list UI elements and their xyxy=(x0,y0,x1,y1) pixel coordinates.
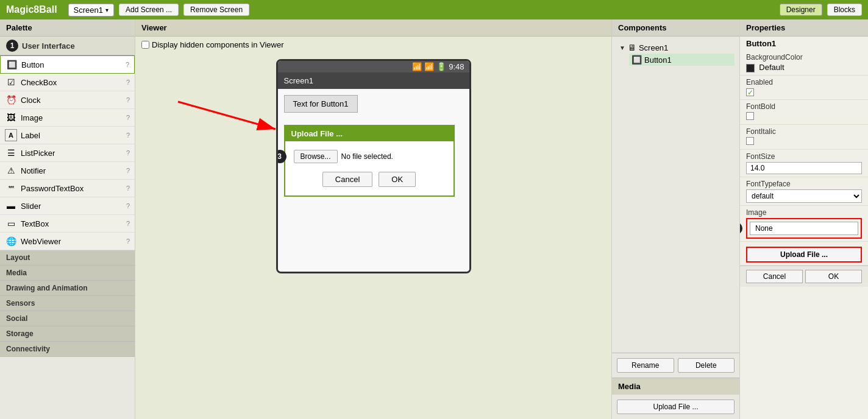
button1-label: Button1 xyxy=(644,55,672,65)
phone-content: Text for Button1 Upload File ... 3 Brows… xyxy=(278,89,469,272)
palette-item-notifier[interactable]: ⚠ Notifier ? xyxy=(0,162,135,180)
webviewer-icon: 🌐 xyxy=(5,235,17,247)
slider-icon: ▬ xyxy=(5,200,17,212)
color-swatch-icon xyxy=(746,64,755,72)
listpicker-help-icon[interactable]: ? xyxy=(126,149,130,157)
background-color-label: BackgroundColor xyxy=(746,53,862,62)
upload-dialog-actions: Cancel OK xyxy=(294,172,445,187)
palette-item-slider[interactable]: ▬ Slider ? xyxy=(0,197,135,215)
listpicker-icon: ☰ xyxy=(5,147,17,159)
palette-clock-label: Clock xyxy=(21,96,126,105)
enabled-checkbox[interactable]: ✓ xyxy=(746,88,754,96)
image-prop-container: 2 None xyxy=(746,218,862,239)
fontsize-label: FontSize xyxy=(746,152,862,161)
phone-frame: 📶 📶 🔋 9:48 Screen1 Text for Button1 Uplo… xyxy=(276,59,471,273)
fontbold-checkbox[interactable] xyxy=(746,112,754,120)
palette-item-clock[interactable]: ⏰ Clock ? xyxy=(0,91,135,109)
browse-button[interactable]: Browse... xyxy=(294,150,338,163)
upload-dialog-inline: Upload File ... 3 Browse... No file sele… xyxy=(284,125,455,197)
palette-notifier-label: Notifier xyxy=(21,166,126,175)
properties-cancel-button[interactable]: Cancel xyxy=(746,270,803,283)
textbox-icon: ▭ xyxy=(5,217,17,230)
screen-dropdown[interactable]: Screen1 ▾ xyxy=(68,4,114,16)
palette-item-image[interactable]: 🖼 Image ? xyxy=(0,109,135,127)
rename-button[interactable]: Rename xyxy=(617,358,674,373)
palette-webviewer-label: WebViewer xyxy=(21,237,126,246)
phone-button1[interactable]: Text for Button1 xyxy=(284,95,358,113)
designer-button[interactable]: Designer xyxy=(780,4,822,16)
properties-ok-button[interactable]: OK xyxy=(805,270,862,283)
label-icon: A xyxy=(5,129,17,141)
drawing-animation-section[interactable]: Drawing and Animation xyxy=(0,281,135,296)
textbox-help-icon[interactable]: ? xyxy=(126,220,130,227)
palette-item-passwordtextbox[interactable]: *** PasswordTextBox ? xyxy=(0,180,135,197)
enabled-label: Enabled xyxy=(746,78,862,86)
prop-background-color: BackgroundColor Default xyxy=(740,51,868,76)
image-prop-label: Image xyxy=(746,208,862,217)
palette-item-webviewer[interactable]: 🌐 WebViewer ? xyxy=(0,233,135,250)
palette-item-checkbox[interactable]: ☑ CheckBox ? xyxy=(0,74,135,91)
component-actions: Rename Delete xyxy=(612,353,739,378)
palette-item-button[interactable]: 🔲 Button ? xyxy=(0,55,135,74)
image-help-icon[interactable]: ? xyxy=(126,114,130,121)
palette-checkbox-label: CheckBox xyxy=(21,78,126,87)
properties-panel: Properties Button1 BackgroundColor Defau… xyxy=(740,19,868,419)
prop-upload-file: Upload File ... xyxy=(740,242,868,266)
prop-image: Image 2 None xyxy=(740,206,868,242)
media-section[interactable]: Media xyxy=(0,266,135,281)
fontitalic-checkbox[interactable] xyxy=(746,137,754,145)
passwordtextbox-icon: *** xyxy=(5,182,17,194)
display-hidden-label[interactable]: Display hidden components in Viewer xyxy=(141,40,605,49)
palette-item-label[interactable]: A Label ? xyxy=(0,127,135,144)
upload-ok-button[interactable]: OK xyxy=(379,172,416,187)
time-display: 9:48 xyxy=(449,62,464,71)
storage-section[interactable]: Storage xyxy=(0,326,135,342)
phone-title-bar: Screen1 xyxy=(278,72,469,89)
connectivity-section[interactable]: Connectivity xyxy=(0,342,135,357)
fontsize-input[interactable] xyxy=(746,162,862,174)
checkbox-help-icon[interactable]: ? xyxy=(126,79,130,86)
properties-upload-file-button[interactable]: Upload File ... xyxy=(746,247,862,262)
layout-section[interactable]: Layout xyxy=(0,250,135,266)
media-actions: Upload File ... xyxy=(612,395,739,419)
delete-button[interactable]: Delete xyxy=(678,358,735,373)
screen1-label: Screen1 xyxy=(639,43,668,52)
topbar: Magic8Ball Screen1 ▾ Add Screen ... Remo… xyxy=(0,0,868,19)
prop-fonttypeface: FontTypeface default xyxy=(740,177,868,206)
remove-screen-button[interactable]: Remove Screen xyxy=(183,4,249,16)
social-section[interactable]: Social xyxy=(0,311,135,326)
label-help-icon[interactable]: ? xyxy=(126,132,130,139)
palette-listpicker-label: ListPicker xyxy=(21,149,126,158)
blocks-button[interactable]: Blocks xyxy=(827,4,862,16)
step1-badge: 1 xyxy=(6,40,18,52)
prop-fontitalic: FontItalic xyxy=(740,125,868,150)
user-interface-label: User Interface xyxy=(22,41,75,51)
upload-dialog-body: 3 Browse... No file selected. Cancel OK xyxy=(285,141,454,195)
media-upload-button[interactable]: Upload File ... xyxy=(617,400,735,414)
passwordtextbox-help-icon[interactable]: ? xyxy=(126,185,130,192)
screen-dropdown-label: Screen1 xyxy=(74,5,103,15)
button-help-icon[interactable]: ? xyxy=(126,61,129,68)
tree-item-button1[interactable]: 🔲 Button1 xyxy=(629,54,735,66)
tree-item-screen1[interactable]: ▼ 🖥 Screen1 xyxy=(617,41,735,54)
user-interface-section: 1 User Interface xyxy=(0,37,135,55)
palette-item-textbox[interactable]: ▭ TextBox ? xyxy=(0,215,135,233)
viewer-header: Viewer xyxy=(135,19,611,37)
viewer-panel: Viewer Display hidden components in View… xyxy=(135,19,612,419)
fonttypeface-select[interactable]: default xyxy=(746,189,862,203)
signal-icon: 📶 xyxy=(424,62,434,71)
phone-container: 📶 📶 🔋 9:48 Screen1 Text for Button1 Uplo… xyxy=(135,53,611,280)
battery-icon: 🔋 xyxy=(436,62,446,71)
add-screen-button[interactable]: Add Screen ... xyxy=(119,4,179,16)
sensors-section[interactable]: Sensors xyxy=(0,296,135,311)
clock-help-icon[interactable]: ? xyxy=(126,96,130,104)
upload-cancel-button[interactable]: Cancel xyxy=(322,172,372,187)
webviewer-help-icon[interactable]: ? xyxy=(126,238,130,245)
notifier-help-icon[interactable]: ? xyxy=(126,167,130,174)
palette-item-listpicker[interactable]: ☰ ListPicker ? xyxy=(0,144,135,162)
slider-help-icon[interactable]: ? xyxy=(126,202,130,210)
palette-image-label: Image xyxy=(21,113,126,122)
palette-panel: Palette 1 User Interface 🔲 Button ? ☑ Ch… xyxy=(0,19,135,419)
components-panel: Components ▼ 🖥 Screen1 🔲 Button1 Rename … xyxy=(612,19,740,419)
display-hidden-checkbox[interactable] xyxy=(141,41,149,49)
